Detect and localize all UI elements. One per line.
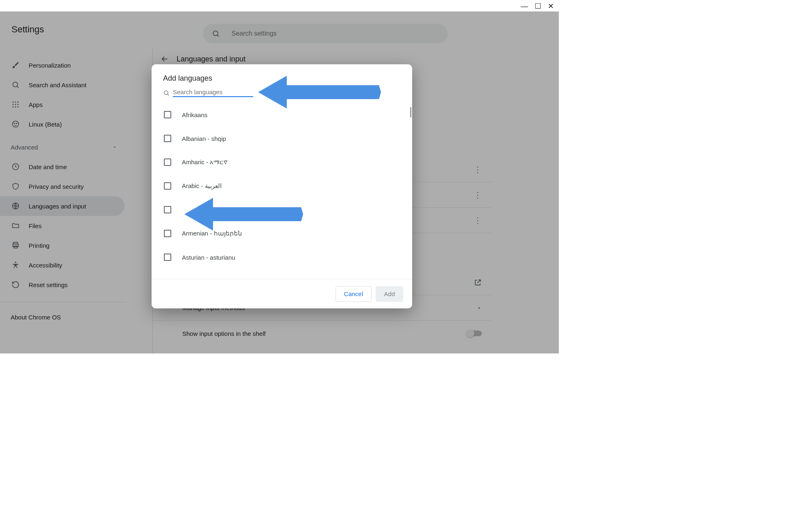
language-label: Amharic - አማርኛ — [182, 159, 228, 166]
checkbox[interactable] — [164, 159, 171, 166]
window-controls: — ☐ ✕ — [521, 2, 554, 10]
checkbox[interactable] — [164, 230, 171, 237]
checkbox[interactable] — [164, 182, 171, 190]
checkbox[interactable] — [164, 254, 171, 261]
language-label: Afrikaans — [182, 111, 208, 118]
language-label: Arabic - العربية — [182, 182, 222, 190]
language-label: Asturian - asturianu — [182, 254, 235, 261]
add-button[interactable]: Add — [376, 286, 403, 302]
language-option[interactable] — [159, 198, 405, 222]
dialog-footer: Cancel Add — [152, 279, 412, 308]
language-option[interactable]: Armenian - հայերեն — [159, 222, 405, 245]
window-close-button[interactable]: ✕ — [548, 2, 554, 10]
checkbox[interactable] — [164, 206, 171, 213]
add-languages-dialog: Add languages Afrikaans Albanian - shqip… — [152, 64, 412, 308]
scrollbar-thumb[interactable] — [410, 107, 411, 118]
language-option[interactable]: Afrikaans — [159, 103, 405, 127]
cancel-button[interactable]: Cancel — [336, 286, 372, 302]
window-maximize-button[interactable]: ☐ — [535, 2, 541, 10]
checkbox[interactable] — [164, 111, 171, 118]
language-search-input[interactable] — [173, 88, 253, 97]
svg-line-23 — [168, 94, 169, 95]
language-list[interactable]: Afrikaans Albanian - shqip Amharic - አማር… — [152, 100, 412, 279]
language-label: Albanian - shqip — [182, 135, 226, 142]
window-minimize-button[interactable]: — — [521, 2, 528, 10]
checkbox[interactable] — [164, 135, 171, 142]
language-label: Armenian - հայերեն — [182, 230, 242, 237]
language-option[interactable]: Asturian - asturianu — [159, 245, 405, 269]
svg-point-22 — [164, 91, 168, 94]
search-icon — [163, 90, 170, 96]
dialog-title: Add languages — [163, 74, 401, 83]
language-option[interactable]: Amharic - አማርኛ — [159, 150, 405, 174]
language-option[interactable]: Albanian - shqip — [159, 127, 405, 150]
language-option[interactable]: Arabic - العربية — [159, 174, 405, 198]
